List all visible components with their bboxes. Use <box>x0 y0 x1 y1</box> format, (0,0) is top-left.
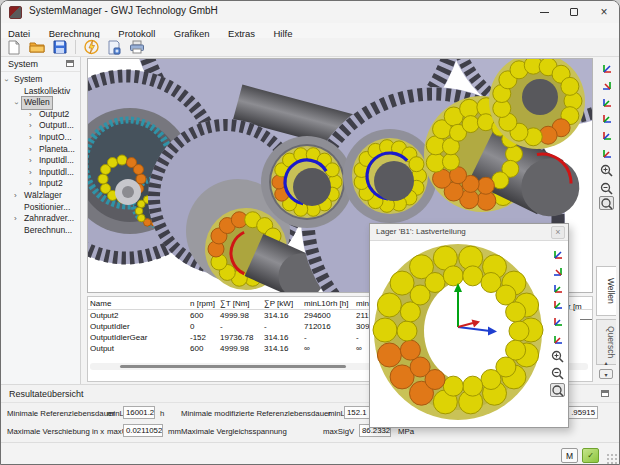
float-panel-icon[interactable] <box>66 60 74 67</box>
view-front-button[interactable] <box>599 78 614 92</box>
tree-item-lastkollektiv[interactable]: Lastkollektiv <box>1 86 80 98</box>
expander-icon[interactable]: › <box>29 155 32 167</box>
axis-view-icon <box>552 265 564 277</box>
max-displacement-unit: mm <box>168 427 181 436</box>
float-panel-icon[interactable] <box>601 390 609 397</box>
zoom-out-button[interactable] <box>550 366 565 380</box>
view-right-button[interactable] <box>599 129 614 143</box>
tree-item-inputidl-1[interactable]: ›InputIdl... <box>1 155 80 167</box>
title-bar[interactable]: SystemManager - GWJ Technology GmbH × <box>1 1 619 23</box>
maximize-icon <box>570 8 578 16</box>
tree-item-waelzlager[interactable]: ›Wälzlager <box>1 190 80 202</box>
max-stress-label: Maximale Vergleichsspannung <box>181 427 287 436</box>
expander-icon[interactable]: › <box>29 178 32 190</box>
tree-item-zahnradver[interactable]: ›Zahnradver... <box>1 213 80 225</box>
tree-item-outputidler[interactable]: ›OutputI... <box>1 120 80 132</box>
new-document-button[interactable] <box>4 39 24 56</box>
close-button[interactable]: × <box>589 1 619 23</box>
mode-button[interactable]: M <box>561 448 578 463</box>
lightning-icon <box>84 39 99 55</box>
minimize-button[interactable] <box>529 1 559 23</box>
zoom-in-icon <box>551 350 564 363</box>
save-button[interactable] <box>50 39 70 56</box>
zoom-in-button[interactable] <box>599 163 614 177</box>
bearing-window-title: Lager 'B1': Lastverteilung <box>376 227 466 236</box>
save-floppy-icon <box>53 40 67 54</box>
calculate-button[interactable] <box>81 39 101 56</box>
bearing-window-toolbar <box>550 244 566 400</box>
tree-item-input2[interactable]: ›Input2 <box>1 178 80 190</box>
tab-wellen[interactable]: Wellen <box>596 266 616 316</box>
zoom-in-icon <box>600 164 613 177</box>
tree-item-berechnun[interactable]: Berechnun... <box>1 225 80 237</box>
tree-item-inputidl-2[interactable]: ›InputIdl... <box>1 167 80 179</box>
expander-icon[interactable]: › <box>29 109 32 121</box>
expander-icon[interactable]: › <box>14 190 17 202</box>
max-displacement-label: Maximale Verschiebung in x <box>7 427 104 436</box>
zoom-in-button[interactable] <box>550 349 565 363</box>
view-left-button[interactable] <box>550 298 565 312</box>
expander-icon[interactable]: › <box>29 120 32 132</box>
report-add-button[interactable] <box>104 39 124 56</box>
bearing-3d-view[interactable] <box>370 241 568 427</box>
status-bar: M ✓ <box>1 442 619 465</box>
printer-icon <box>129 40 145 54</box>
document-plus-icon <box>107 40 121 55</box>
zoom-out-icon <box>600 182 613 195</box>
view-iso-button[interactable] <box>599 61 614 75</box>
bearing-scene <box>370 241 568 427</box>
tree-item-positionier[interactable]: Positionier... <box>1 202 80 214</box>
zoom-fit-button[interactable] <box>599 196 614 210</box>
open-file-button[interactable] <box>27 39 47 56</box>
right-strip: Wellen Quersch ▴ ▾ <box>593 57 620 384</box>
tree-item-wellen[interactable]: ›Wellen <box>1 97 80 109</box>
expander-icon[interactable]: › <box>0 79 12 82</box>
toolbar <box>1 38 619 57</box>
tab-scroll-up[interactable]: ▴ <box>599 358 613 368</box>
max-displacement-field[interactable]: 0.0211052 <box>123 424 163 437</box>
new-document-icon <box>7 40 21 55</box>
resize-grip[interactable] <box>607 454 617 464</box>
expander-icon[interactable]: › <box>29 132 32 144</box>
tab-scroll-down[interactable]: ▾ <box>599 369 613 379</box>
view-back-button[interactable] <box>550 281 565 295</box>
tree-item-planeta[interactable]: ›Planeta... <box>1 144 80 156</box>
expander-icon[interactable]: › <box>14 213 17 225</box>
expander-icon[interactable]: › <box>29 144 32 156</box>
scrollbar-thumb[interactable] <box>120 365 346 368</box>
axis-view-icon <box>552 333 564 345</box>
max-stress-symbol: maxSigV <box>323 427 354 436</box>
axis-view-icon <box>552 299 564 311</box>
view-right-button[interactable] <box>550 315 565 329</box>
view-left-button[interactable] <box>599 112 614 126</box>
view-top-button[interactable] <box>599 146 614 160</box>
expander-icon[interactable]: › <box>10 102 22 105</box>
axis-view-icon <box>601 147 613 159</box>
tree-item-output2[interactable]: ›Output2 <box>1 109 80 121</box>
view-iso-button[interactable] <box>550 247 565 261</box>
view-top-button[interactable] <box>550 332 565 346</box>
results-title: Resultateübersicht <box>9 389 84 399</box>
tree-item-inputo[interactable]: ›InputO... <box>1 132 80 144</box>
maximize-button[interactable] <box>559 1 589 23</box>
axis-view-icon <box>601 130 613 142</box>
open-folder-icon <box>29 40 45 54</box>
min-ref-life-field[interactable]: 16001.2 <box>123 406 155 419</box>
print-button[interactable] <box>127 39 147 56</box>
minimize-icon <box>540 12 549 13</box>
expander-icon[interactable]: › <box>29 167 32 179</box>
view-front-button[interactable] <box>550 264 565 278</box>
axis-view-icon <box>601 113 613 125</box>
bearing-window-close-button[interactable]: × <box>551 226 565 239</box>
system-panel-title: System <box>8 59 38 69</box>
clipped-column-dash <box>580 319 592 320</box>
view-back-button[interactable] <box>599 95 614 109</box>
edit-status-icon[interactable]: ✓ <box>582 448 599 463</box>
tree-item-system[interactable]: ›System <box>1 74 80 86</box>
system-tree-panel: System ›System Lastkollektiv ›Wellen ›Ou… <box>1 57 81 384</box>
clipped-column-header: r [m <box>568 302 582 311</box>
zoom-fit-button[interactable] <box>550 383 565 397</box>
bearing-window-titlebar[interactable]: Lager 'B1': Lastverteilung × <box>370 224 568 241</box>
zoom-out-button[interactable] <box>599 181 614 195</box>
system-tree: ›System Lastkollektiv ›Wellen ›Output2 ›… <box>1 74 80 236</box>
